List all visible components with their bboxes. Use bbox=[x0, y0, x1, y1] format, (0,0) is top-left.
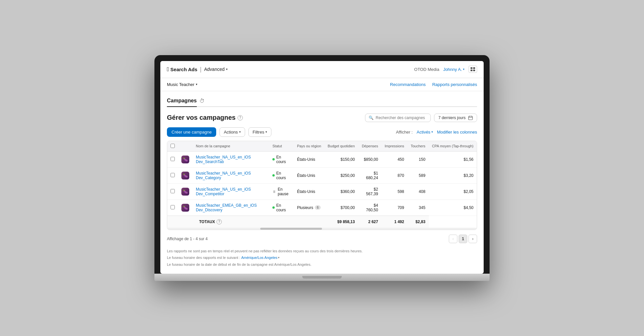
advanced-button[interactable]: Advanced ▾ bbox=[204, 67, 227, 72]
svg-rect-1 bbox=[473, 67, 475, 69]
col-campaign-name[interactable]: Nom de la campagne bbox=[193, 141, 269, 152]
table-row: 🍆MusicTeacher_NA_US_en_iOS Dev_CategoryE… bbox=[167, 167, 477, 183]
select-all-header[interactable] bbox=[167, 141, 178, 152]
layout-toggle-button[interactable] bbox=[469, 66, 477, 73]
col-cpa[interactable]: CPA moyen (Tap-through) bbox=[429, 141, 477, 152]
totaux-label-cell: TOTAUX ? bbox=[193, 216, 324, 228]
app-name-button[interactable]: Music Teacher ▾ bbox=[167, 82, 197, 87]
row-checkbox[interactable] bbox=[171, 173, 175, 177]
search-icon: 🔍 bbox=[369, 116, 374, 120]
campaign-name-cell[interactable]: MusicTeacher_NA_US_en_iOS Dev_SearchTab bbox=[193, 151, 269, 167]
status-badge: ⏸ En pause bbox=[272, 187, 290, 196]
campaign-name-cell[interactable]: MusicTeacher_EMEA_GB_en_iOS Dev_Discover… bbox=[193, 200, 269, 216]
col-pays[interactable]: Pays ou région bbox=[294, 141, 324, 152]
date-range-label: 7 derniers jours bbox=[438, 116, 466, 120]
impressions-cell: 870 bbox=[381, 167, 407, 183]
campaign-name-cell[interactable]: MusicTeacher_NA_US_en_iOS Dev_Competitor bbox=[193, 183, 269, 200]
status-cell: En cours bbox=[269, 200, 294, 216]
cpa-cell: $3,20 bbox=[429, 167, 477, 183]
impressions-cell: 450 bbox=[381, 151, 407, 167]
section-title: Gérer vos campagnes ? bbox=[167, 114, 243, 121]
totaux-row: TOTAUX ? $9 858,13 2 627 1 492 $2,83 bbox=[167, 216, 477, 228]
depenses-cell: $2 567,39 bbox=[358, 183, 381, 200]
scroll-thumb[interactable] bbox=[260, 228, 322, 230]
timezone-anchor[interactable]: Amérique/Los Angeles bbox=[241, 255, 277, 261]
actives-button[interactable]: Activés ▾ bbox=[417, 130, 433, 135]
search-box: 🔍 bbox=[365, 114, 431, 122]
table-row: 🍆MusicTeacher_NA_US_en_iOS Dev_SearchTab… bbox=[167, 151, 477, 167]
app-icon: 🍆 bbox=[181, 172, 189, 179]
horizontal-scrollbar[interactable] bbox=[167, 228, 477, 230]
section-header-right: 🔍 7 derniers jours bbox=[365, 114, 477, 122]
campaigns-tab[interactable]: Campagnes bbox=[167, 98, 197, 107]
search-input[interactable] bbox=[376, 116, 427, 120]
toolbar: Créer une campagne Actions ▾ Filtres ▾ A… bbox=[167, 127, 477, 137]
col-depenses[interactable]: Dépenses bbox=[358, 141, 381, 152]
modifier-colonnes-button[interactable]: Modifier les colonnes bbox=[437, 130, 477, 135]
table-header-row: Nom de la campagne Statut Pays ou région… bbox=[167, 141, 477, 152]
depenses-cell: $1 680,24 bbox=[358, 167, 381, 183]
history-icon[interactable]: ⏱ bbox=[199, 98, 205, 106]
totaux-depenses-cell: $9 858,13 bbox=[324, 216, 358, 228]
actions-button[interactable]: Actions ▾ bbox=[219, 127, 245, 137]
table-row: 🍆MusicTeacher_EMEA_GB_en_iOS Dev_Discove… bbox=[167, 200, 477, 216]
col-touchers[interactable]: Touchers bbox=[407, 141, 429, 152]
row-checkbox-cell bbox=[167, 167, 178, 183]
row-checkbox[interactable] bbox=[171, 205, 175, 209]
laptop-base bbox=[154, 274, 490, 281]
footnotes: Les rapports ne sont pas en temps réel e… bbox=[167, 248, 477, 267]
status-dot bbox=[272, 206, 274, 209]
row-checkbox-cell bbox=[167, 200, 178, 216]
impressions-cell: 598 bbox=[381, 183, 407, 200]
budget-cell: $700,00 bbox=[324, 200, 358, 216]
brand-name: Search Ads bbox=[171, 67, 197, 72]
status-cell: En cours bbox=[269, 151, 294, 167]
section-header: Gérer vos campagnes ? 🔍 7 derniers jours bbox=[167, 114, 477, 122]
filtres-button[interactable]: Filtres ▾ bbox=[248, 127, 271, 137]
select-all-checkbox[interactable] bbox=[171, 144, 175, 148]
org-name: OTOD Media bbox=[414, 67, 439, 72]
budget-cell: $250,00 bbox=[324, 167, 358, 183]
totaux-label-text: TOTAUX bbox=[199, 220, 215, 224]
next-page-button[interactable]: › bbox=[469, 235, 477, 243]
col-budget[interactable]: Budget quotidien bbox=[324, 141, 358, 152]
totaux-info-icon[interactable]: ? bbox=[217, 219, 222, 224]
cpa-cell: $2,05 bbox=[429, 183, 477, 200]
country-multi: Plusieurs 6 bbox=[297, 205, 321, 210]
cpa-cell: $1,56 bbox=[429, 151, 477, 167]
row-checkbox[interactable] bbox=[171, 157, 175, 161]
touchers-cell: 408 bbox=[407, 183, 429, 200]
status-dot bbox=[272, 158, 274, 160]
row-checkbox[interactable] bbox=[171, 189, 175, 193]
totaux-cpa-cell: $2,83 bbox=[407, 216, 429, 228]
toolbar-right: Afficher : Activés ▾ Modifier les colonn… bbox=[396, 130, 477, 135]
page-1-button[interactable]: 1 bbox=[459, 235, 467, 243]
touchers-cell: 150 bbox=[407, 151, 429, 167]
svg-rect-4 bbox=[469, 116, 472, 120]
actives-label: Activés bbox=[417, 130, 430, 135]
campaigns-table: Nom de la campagne Statut Pays ou région… bbox=[167, 141, 477, 230]
app-icon: 🍆 bbox=[181, 156, 189, 163]
table-row: 🍆MusicTeacher_NA_US_en_iOS Dev_Competito… bbox=[167, 183, 477, 200]
status-cell: En cours bbox=[269, 167, 294, 183]
prev-page-button[interactable]: ‹ bbox=[449, 235, 457, 243]
user-menu-button[interactable]: Johnny A. ▾ bbox=[443, 67, 465, 72]
campaign-name-cell[interactable]: MusicTeacher_NA_US_en_iOS Dev_Category bbox=[193, 167, 269, 183]
sub-nav-right: Recommandations Rapports personnalisés bbox=[390, 82, 477, 87]
impressions-cell: 709 bbox=[381, 200, 407, 216]
app-icon-cell: 🍆 bbox=[178, 167, 193, 183]
actives-chevron-icon: ▾ bbox=[431, 130, 433, 134]
section-info-icon[interactable]: ? bbox=[238, 115, 243, 120]
timezone-link[interactable]: Amérique/Los Angeles ▾ bbox=[241, 255, 280, 261]
rapports-link[interactable]: Rapports personnalisés bbox=[432, 82, 477, 87]
app-icon: 🍆 bbox=[181, 204, 189, 212]
recommandations-link[interactable]: Recommandations bbox=[390, 82, 426, 87]
col-statut[interactable]: Statut bbox=[269, 141, 294, 152]
country-cell: États-Unis bbox=[294, 167, 324, 183]
date-range-button[interactable]: 7 derniers jours bbox=[434, 114, 477, 122]
col-impressions[interactable]: Impressions bbox=[381, 141, 407, 152]
country-cell: Plusieurs 6 bbox=[294, 200, 324, 216]
depenses-cell: $4 760,50 bbox=[358, 200, 381, 216]
create-campaign-button[interactable]: Créer une campagne bbox=[167, 127, 216, 137]
footnote-2-prefix: Le fuseau horaire des rapports est le su… bbox=[167, 256, 240, 260]
